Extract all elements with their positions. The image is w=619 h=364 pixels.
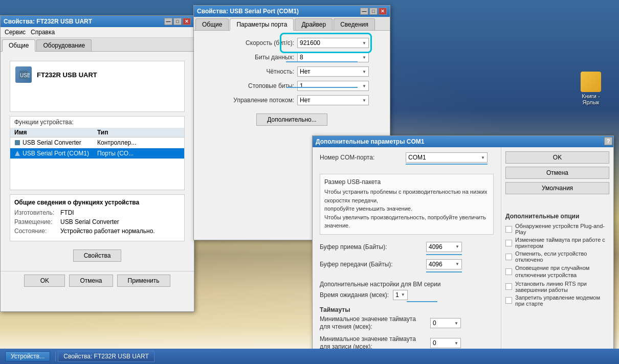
window-com-params: Дополнительные параметры COM1 ? Номер CO… bbox=[312, 135, 614, 360]
speed-dropdown-arrow: ▼ bbox=[362, 41, 366, 46]
svg-marker-3 bbox=[15, 151, 20, 156]
timeout-arrow: ▼ bbox=[401, 292, 405, 297]
checkbox-1[interactable] bbox=[505, 226, 512, 233]
info-section-title: Общие сведения о функциях устройства bbox=[14, 199, 180, 206]
tab-general[interactable]: Общие bbox=[2, 39, 35, 52]
option-label-2: Изменение таймаута при работе с принтеро… bbox=[515, 237, 609, 249]
receive-buffer-arrow: ▼ bbox=[455, 244, 459, 249]
option-row-5: Установить линию RTS при завершении рабо… bbox=[505, 281, 609, 293]
function-type-2: Порты (CO... bbox=[97, 150, 180, 157]
tab-info[interactable]: Сведения bbox=[334, 18, 375, 30]
ok-button-device[interactable]: OK bbox=[24, 275, 65, 287]
usb-maximize-button[interactable]: □ bbox=[369, 8, 378, 15]
tab-general-usb[interactable]: Общие bbox=[195, 18, 229, 30]
default-button-com[interactable]: Умолчания bbox=[505, 182, 609, 194]
col-type-header: Тип bbox=[97, 129, 180, 136]
maximize-button[interactable]: □ bbox=[173, 18, 182, 25]
parity-select[interactable]: Нет ▼ bbox=[297, 66, 369, 77]
function-row-port[interactable]: USB Serial Port (COM1) Порты (CO... bbox=[10, 148, 184, 159]
device-title: Свойства: FT232R USB UART bbox=[4, 18, 92, 25]
status-value: Устройство работает нормально. bbox=[60, 228, 155, 235]
function-row-converter[interactable]: USB Serial Converter Контроллер... bbox=[10, 138, 184, 148]
receive-buffer-select[interactable]: 4096 ▼ bbox=[426, 242, 462, 252]
help-button[interactable]: ? bbox=[604, 137, 612, 145]
start-button[interactable]: Устройств... bbox=[5, 351, 50, 361]
manufacturer-value: FTDI bbox=[60, 209, 74, 216]
stop-bits-select[interactable]: 1 ▼ bbox=[297, 81, 369, 91]
min-write-arrow: ▼ bbox=[454, 341, 458, 346]
tab-port-params[interactable]: Параметры порта bbox=[230, 18, 294, 31]
checkbox-5[interactable] bbox=[505, 283, 512, 290]
tab-hardware[interactable]: Оборудование bbox=[36, 39, 92, 51]
menu-service[interactable]: Сервис bbox=[5, 29, 26, 36]
com-port-annotation bbox=[406, 164, 488, 165]
checkbox-4[interactable] bbox=[505, 268, 512, 275]
advanced-button-area: Дополнительно... bbox=[202, 113, 382, 126]
device-footer-buttons: OK Отмена Применить bbox=[1, 271, 194, 290]
menu-help[interactable]: Справка bbox=[31, 29, 55, 36]
usb-close-button[interactable]: ✕ bbox=[379, 8, 387, 15]
usb-minimize-button[interactable]: — bbox=[360, 8, 368, 15]
taskbar: Устройств... Свойства: FT232R USB UART bbox=[0, 349, 619, 364]
transmit-buffer-value: 4096 bbox=[429, 261, 443, 268]
option-label-5: Установить линию RTS при завершении рабо… bbox=[515, 281, 609, 293]
annotation-line-speed bbox=[286, 61, 358, 62]
device-tab-content: USB FT232R USB UART Функции устройства: … bbox=[1, 52, 194, 271]
com-port-select[interactable]: COM1 ▼ bbox=[406, 152, 488, 163]
tab-driver[interactable]: Драйвер bbox=[295, 18, 333, 30]
device-icon-row: USB FT232R USB UART bbox=[15, 66, 179, 83]
manufacturer-label: Изготовитель: bbox=[14, 209, 60, 216]
desktop-icon-books[interactable]: Книги - Ярлык bbox=[573, 72, 609, 105]
taskbar-item[interactable]: Свойства: FT232R USB UART bbox=[58, 351, 154, 362]
properties-button[interactable]: Свойства bbox=[73, 249, 122, 262]
checkbox-6[interactable] bbox=[505, 297, 512, 304]
advanced-button[interactable]: Дополнительно... bbox=[256, 113, 327, 126]
checkbox-2[interactable] bbox=[505, 240, 512, 246]
svg-text:USB: USB bbox=[20, 73, 30, 78]
desktop: Книги - Ярлык Устройств... Свойства: FT2… bbox=[0, 0, 619, 364]
flow-select[interactable]: Нет ▼ bbox=[297, 95, 369, 105]
timeout-select[interactable]: 1 ▼ bbox=[393, 290, 408, 300]
info-status-row: Состояние: Устройство работает нормально… bbox=[14, 228, 180, 235]
com-right-panel: OK Отмена Умолчания Дополнительные опции… bbox=[501, 147, 613, 358]
com-port-value: COM1 bbox=[408, 154, 426, 161]
cancel-button-com[interactable]: Отмена bbox=[505, 167, 609, 179]
flow-value: Нет bbox=[300, 97, 310, 104]
minimize-button[interactable]: — bbox=[164, 18, 172, 25]
timeout-value: 1 bbox=[395, 291, 399, 299]
folder-icon bbox=[581, 72, 601, 92]
usb-packet-title: Размер USB-пакета bbox=[324, 178, 489, 186]
bits-select[interactable]: 8 ▼ bbox=[297, 52, 369, 62]
function-name-2: USB Serial Port (COM1) bbox=[14, 150, 97, 157]
cancel-button-device[interactable]: Отмена bbox=[69, 275, 113, 287]
min-write-select[interactable]: 0 ▼ bbox=[430, 338, 461, 348]
close-button[interactable]: ✕ bbox=[183, 18, 191, 25]
parity-value: Нет bbox=[300, 68, 310, 75]
option-label-4: Оповещение при случайном отключении устр… bbox=[515, 264, 609, 279]
com-port-section: Номер COM-порта: COM1 ▼ bbox=[313, 147, 501, 170]
speed-label: Скорость (бит/с): bbox=[202, 39, 294, 47]
usb-hint-1: Чтобы устранить проблемы с производитель… bbox=[324, 188, 489, 204]
transmit-buffer-select[interactable]: 4096 ▼ bbox=[426, 259, 462, 269]
function-name-1: USB Serial Converter bbox=[14, 139, 97, 146]
additional-options-label: Дополнительные опции bbox=[505, 213, 609, 220]
timeout-label: Время ожидания (мсек): bbox=[320, 291, 389, 299]
annotation-line-stop bbox=[286, 87, 358, 88]
apply-button-device[interactable]: Применить bbox=[117, 275, 170, 287]
usb-hint-3: Чтобы увеличить производительность, попр… bbox=[324, 213, 489, 230]
option-row-2: Изменение таймаута при работе с принтеро… bbox=[505, 237, 609, 249]
ok-button-com[interactable]: OK bbox=[505, 151, 609, 164]
functions-empty-area bbox=[10, 159, 184, 190]
bm-section: Дополнительные настройки для BM серии Вр… bbox=[313, 278, 501, 358]
com-port-label: Номер COM-порта: bbox=[320, 154, 402, 161]
usb-tabs: Общие Параметры порта Драйвер Сведения bbox=[194, 17, 390, 31]
bits-value: 8 bbox=[300, 54, 303, 61]
transmit-buffer-arrow: ▼ bbox=[455, 262, 459, 266]
min-read-select[interactable]: 0 ▼ bbox=[430, 318, 461, 328]
bm-label: Дополнительные настройки для BM серии bbox=[320, 281, 494, 288]
flow-dropdown-arrow: ▼ bbox=[362, 98, 366, 103]
svg-rect-2 bbox=[15, 140, 20, 145]
bits-row: Биты данных: 8 ▼ bbox=[202, 52, 382, 62]
checkbox-3[interactable] bbox=[505, 254, 512, 260]
speed-select[interactable]: 921600 ▼ bbox=[297, 38, 369, 48]
